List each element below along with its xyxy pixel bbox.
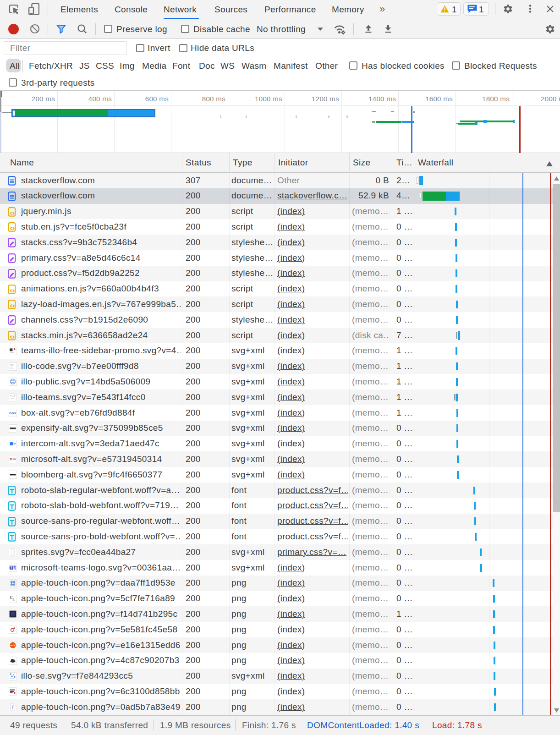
svg-text:box: box <box>9 411 16 415</box>
svg-text:T: T <box>11 566 13 569</box>
svg-text:ask: ask <box>11 644 16 647</box>
svg-text:L: L <box>12 598 15 602</box>
svg-text:{: { <box>12 705 14 710</box>
